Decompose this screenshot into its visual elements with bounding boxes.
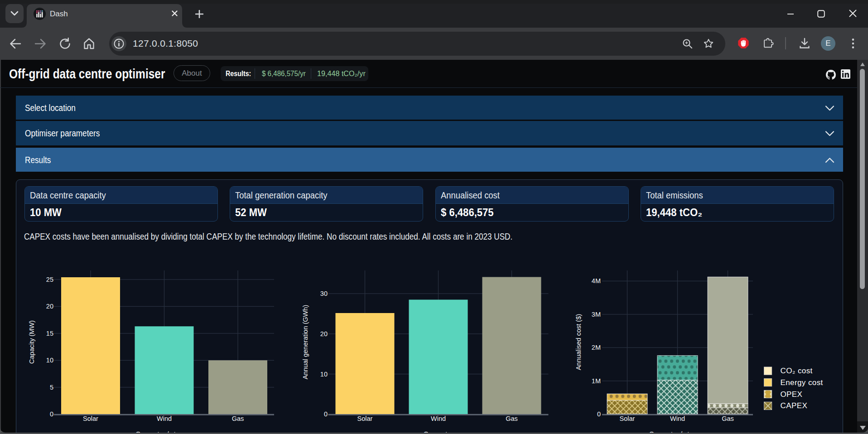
- svg-text:Capacity (MW): Capacity (MW): [28, 320, 35, 364]
- svg-text:5: 5: [50, 384, 53, 391]
- svg-text:0: 0: [597, 410, 601, 418]
- svg-text:10: 10: [46, 357, 53, 364]
- svg-text:1M: 1M: [592, 377, 601, 385]
- svg-text:0: 0: [50, 410, 53, 418]
- svg-text:Wind: Wind: [157, 415, 172, 422]
- svg-text:Gas: Gas: [722, 415, 734, 422]
- svg-text:0: 0: [324, 410, 328, 418]
- svg-text:4M: 4M: [592, 277, 601, 285]
- svg-text:30: 30: [320, 290, 328, 297]
- svg-text:Gas: Gas: [232, 415, 244, 422]
- svg-text:Solar: Solar: [83, 415, 98, 422]
- svg-text:Wind: Wind: [431, 415, 446, 422]
- svg-text:CO₂ cost: CO₂ cost: [781, 366, 813, 375]
- svg-text:20: 20: [46, 303, 53, 310]
- svg-text:Annual generation (GWh): Annual generation (GWh): [302, 305, 309, 379]
- svg-text:Wind: Wind: [670, 415, 685, 422]
- svg-text:Solar: Solar: [620, 415, 635, 422]
- svg-text:2M: 2M: [592, 344, 601, 351]
- svg-text:CAPEX: CAPEX: [781, 401, 808, 410]
- svg-text:Energy cost: Energy cost: [781, 378, 823, 387]
- svg-text:15: 15: [46, 330, 53, 337]
- svg-text:3M: 3M: [592, 311, 601, 318]
- svg-text:Gas: Gas: [506, 415, 518, 422]
- svg-text:20: 20: [320, 330, 328, 338]
- svg-text:OPEX: OPEX: [781, 390, 803, 399]
- svg-text:10: 10: [320, 371, 328, 378]
- svg-text:25: 25: [46, 276, 53, 283]
- svg-text:Annualised cost ($): Annualised cost ($): [575, 314, 582, 370]
- svg-text:Solar: Solar: [357, 415, 373, 422]
